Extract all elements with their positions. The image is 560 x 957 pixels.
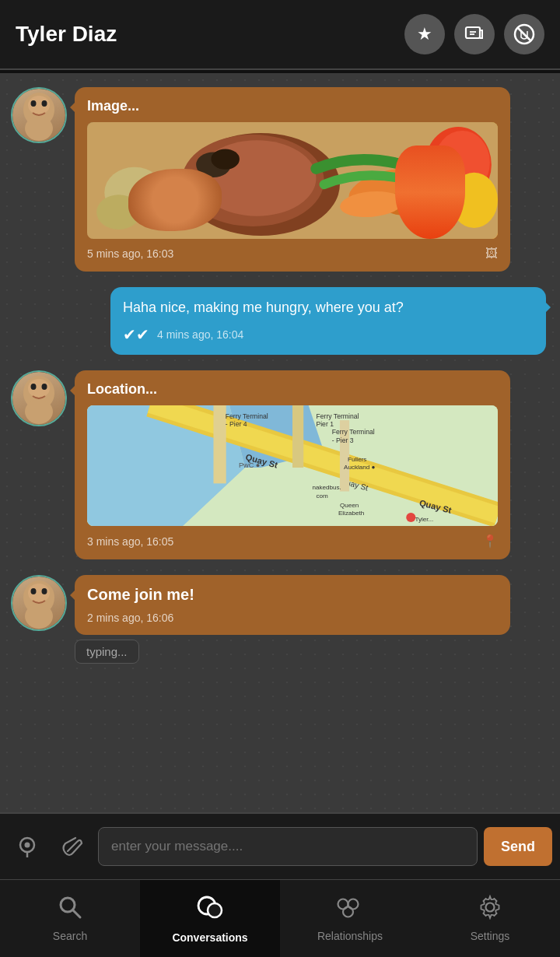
time-text: 4 mins ago, 16:04 [157,328,243,341]
bubble-container: Come join me! 2 mins ago, 16:06 typing..… [75,575,510,664]
search-icon [58,895,82,925]
svg-point-16 [198,140,316,216]
nav-item-search[interactable]: Search [0,880,140,957]
map-image: Quay St Quay St Ferry Terminal - Pier 4 … [87,405,498,526]
bubble-time: 3 mins ago, 16:05 📍 [87,534,498,549]
svg-point-57 [42,588,47,594]
relationships-icon [336,895,364,925]
svg-point-13 [96,195,141,230]
svg-point-28 [42,384,47,390]
avatar [11,575,67,631]
svg-point-58 [25,604,53,629]
time-text: 5 mins ago, 16:03 [87,247,173,260]
bubble-container: Location... Quay St Quay St [75,370,510,559]
send-button[interactable]: Send [484,827,552,866]
conversations-icon [196,893,224,927]
bubble-label: Image... [87,98,498,114]
svg-text:nakedbus.: nakedbus. [312,485,341,492]
food-art-display [87,122,498,239]
svg-point-64 [208,903,222,917]
svg-text:PwC ●: PwC ● [239,461,260,469]
bottom-nav: Search Conversations Relationships [0,879,560,957]
read-receipt-icon: ✔✔ [123,325,149,344]
avatar [11,87,67,143]
table-row: Location... Quay St Quay St [11,370,549,559]
typing-indicator: typing... [75,640,139,664]
received-bubble: Image... [75,87,510,272]
svg-point-52 [406,513,415,522]
image-icon: 🖼 [485,247,498,261]
svg-text:Queen: Queen [340,502,359,509]
time-text: 3 mins ago, 16:05 [87,535,173,548]
bubble-time: 2 mins ago, 16:06 [87,612,498,624]
input-area: Send [0,812,560,879]
svg-text:Ferry Terminal: Ferry Terminal [332,429,375,436]
time-text: 2 mins ago, 16:06 [87,612,173,624]
star-button[interactable]: ★ [404,14,445,54]
svg-point-18 [211,149,240,169]
nav-item-settings[interactable]: Settings [420,880,560,957]
svg-text:Elizabeth: Elizabeth [338,510,364,517]
attachment-button[interactable] [53,827,92,866]
food-image [87,122,498,239]
svg-point-27 [31,384,37,390]
svg-point-7 [31,100,37,107]
svg-line-62 [73,910,80,917]
svg-rect-0 [466,27,480,38]
edit-image-button[interactable] [454,14,495,54]
svg-point-60 [25,843,30,848]
svg-point-29 [25,399,53,424]
svg-text:Pier 1: Pier 1 [316,420,334,428]
svg-text:Fullers: Fullers [348,456,366,463]
svg-text:Ferry Terminal: Ferry Terminal [316,412,359,420]
svg-text:Tyler...: Tyler... [415,516,433,523]
svg-text:Auckland ●: Auckland ● [344,464,376,471]
svg-text:- Pier 3: - Pier 3 [332,436,354,444]
received-bubble: Come join me! 2 mins ago, 16:06 [75,575,510,635]
nav-label-relationships: Relationships [317,930,383,942]
header: Tyler Diaz ★ [0,0,560,70]
bubble-container: Haha nice, making me hungry, where you a… [110,287,546,355]
svg-text:com: com [316,493,328,500]
svg-point-9 [25,116,53,141]
svg-point-8 [42,100,47,107]
svg-point-67 [343,907,353,917]
svg-rect-36 [292,405,303,468]
svg-point-12 [150,188,198,229]
received-bubble: Location... Quay St Quay St [75,370,510,559]
chat-area: Image... [0,73,560,812]
sent-bubble: Haha nice, making me hungry, where you a… [110,287,546,355]
message-input[interactable] [98,827,478,866]
page-title: Tyler Diaz [16,22,404,47]
bubble-text: Haha nice, making me hungry, where you a… [123,298,534,317]
location-icon: 📍 [482,534,498,549]
nav-item-conversations[interactable]: Conversations [140,880,280,957]
nav-label-conversations: Conversations [172,931,247,944]
avatar [11,370,67,426]
svg-rect-35 [213,405,226,483]
svg-point-68 [486,903,495,912]
block-button[interactable] [504,14,544,54]
bubble-text: Come join me! [87,586,498,604]
nav-item-relationships[interactable]: Relationships [280,880,420,957]
svg-text:- Pier 4: - Pier 4 [226,420,247,428]
location-attach-button[interactable] [8,827,47,866]
settings-icon [478,895,502,925]
header-actions: ★ [404,14,544,54]
svg-text:Ferry Terminal: Ferry Terminal [226,412,268,420]
bubble-time: 5 mins ago, 16:03 🖼 [87,247,498,261]
svg-point-56 [31,588,37,594]
svg-point-24 [450,173,498,228]
nav-label-settings: Settings [471,930,510,942]
bubble-label: Location... [87,381,498,398]
table-row: Haha nice, making me hungry, where you a… [11,287,549,355]
table-row: Come join me! 2 mins ago, 16:06 typing..… [11,575,549,664]
bubble-time: ✔✔ 4 mins ago, 16:04 [123,325,534,344]
bubble-container: Image... [75,87,510,272]
nav-label-search: Search [53,930,87,942]
table-row: Image... [11,87,549,272]
